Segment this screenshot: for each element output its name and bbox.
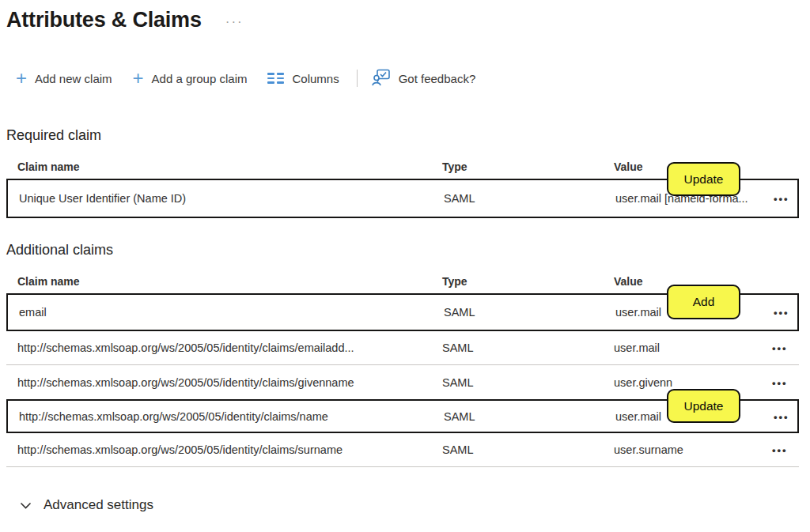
type-cell: SAML bbox=[431, 443, 603, 456]
columns-label: Columns bbox=[292, 72, 339, 85]
column-header-claim-name: Claim name bbox=[6, 160, 431, 173]
page-title: Attributes & Claims bbox=[6, 8, 202, 32]
type-cell: SAML bbox=[431, 376, 603, 389]
type-cell: SAML bbox=[433, 192, 604, 205]
table-row-emailaddress[interactable]: http://schemas.xmlsoap.org/ws/2005/05/id… bbox=[6, 331, 799, 365]
add-new-claim-label: Add new claim bbox=[35, 72, 112, 85]
columns-icon bbox=[267, 73, 284, 84]
advanced-settings-toggle[interactable]: Advanced settings bbox=[20, 497, 153, 513]
annotation-update-name: Update bbox=[667, 389, 740, 423]
row-more-icon[interactable]: ••• bbox=[774, 193, 789, 205]
attributes-claims-page: Attributes & Claims ··· + Add new claim … bbox=[0, 0, 810, 532]
add-new-claim-button[interactable]: + Add new claim bbox=[16, 70, 112, 86]
columns-button[interactable]: Columns bbox=[267, 72, 339, 85]
table-row-surname[interactable]: http://schemas.xmlsoap.org/ws/2005/05/id… bbox=[6, 433, 799, 467]
feedback-icon bbox=[372, 69, 391, 89]
value-cell: user.givenn bbox=[603, 376, 761, 389]
column-header-type: Type bbox=[431, 160, 603, 173]
claim-name-cell: http://schemas.xmlsoap.org/ws/2005/05/id… bbox=[8, 410, 433, 423]
title-more-icon[interactable]: ··· bbox=[225, 12, 244, 28]
column-header-type: Type bbox=[431, 275, 603, 288]
plus-icon: + bbox=[133, 70, 144, 86]
value-cell: user.mail bbox=[603, 341, 761, 354]
row-more-icon[interactable]: ••• bbox=[774, 307, 789, 319]
required-claim-heading: Required claim bbox=[6, 127, 810, 144]
title-row: Attributes & Claims ··· bbox=[0, 0, 810, 32]
advanced-settings-label: Advanced settings bbox=[44, 497, 153, 513]
add-group-claim-button[interactable]: + Add a group claim bbox=[133, 70, 248, 86]
chevron-down-icon bbox=[20, 502, 32, 509]
got-feedback-label: Got feedback? bbox=[399, 72, 476, 85]
annotation-add-email: Add bbox=[667, 285, 740, 319]
type-cell: SAML bbox=[431, 341, 603, 354]
row-more-icon[interactable]: ••• bbox=[772, 444, 788, 456]
type-cell: SAML bbox=[433, 306, 604, 319]
row-more-icon[interactable]: ••• bbox=[772, 342, 788, 354]
got-feedback-button[interactable]: Got feedback? bbox=[372, 69, 476, 89]
row-more-icon[interactable]: ••• bbox=[772, 377, 788, 389]
claim-name-cell: http://schemas.xmlsoap.org/ws/2005/05/id… bbox=[6, 443, 431, 456]
type-cell: SAML bbox=[433, 410, 604, 423]
toolbar: + Add new claim + Add a group claim Colu… bbox=[16, 66, 810, 91]
claim-name-cell: http://schemas.xmlsoap.org/ws/2005/05/id… bbox=[6, 341, 431, 354]
additional-claims-heading: Additional claims bbox=[6, 242, 810, 258]
claim-name-cell: Unique User Identifier (Name ID) bbox=[8, 192, 433, 205]
annotation-update-required: Update bbox=[667, 162, 740, 196]
value-cell: user.surname bbox=[603, 443, 761, 456]
toolbar-divider bbox=[357, 70, 358, 87]
claim-name-cell: http://schemas.xmlsoap.org/ws/2005/05/id… bbox=[6, 376, 431, 389]
add-group-claim-label: Add a group claim bbox=[152, 72, 248, 85]
row-more-icon[interactable]: ••• bbox=[774, 411, 789, 423]
plus-icon: + bbox=[16, 70, 27, 86]
claim-name-cell: email bbox=[8, 306, 433, 319]
column-header-claim-name: Claim name bbox=[6, 275, 431, 288]
